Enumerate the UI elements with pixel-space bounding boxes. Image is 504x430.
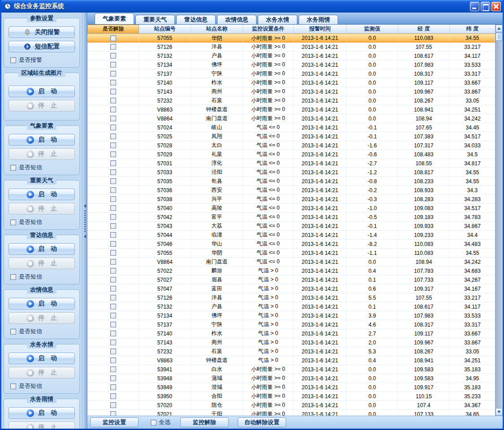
agri-info-sms-checkbox[interactable]: 是否短信 bbox=[10, 327, 76, 335]
table-row[interactable]: 57143商州小时雨量 >= 02013-1-6 14:210.0109.967… bbox=[87, 87, 495, 96]
row-checkbox[interactable] bbox=[110, 232, 116, 238]
row-checkbox[interactable] bbox=[110, 125, 116, 130]
row-checkbox[interactable] bbox=[110, 402, 116, 408]
maximize-button[interactable] bbox=[481, 2, 490, 11]
collapse-left-icon[interactable] bbox=[84, 204, 86, 208]
monitor-release-button[interactable]: 监控解除 bbox=[180, 417, 229, 427]
header-station-id[interactable]: 站点编号 bbox=[139, 25, 191, 33]
row-checkbox[interactable] bbox=[110, 295, 116, 301]
header-value[interactable]: 监测值 bbox=[347, 25, 398, 33]
table-row[interactable]: 57134佛坪小时雨量 >= 02013-1-6 14:210.0107.983… bbox=[87, 60, 495, 69]
header-alarm-time[interactable]: 报警时间 bbox=[294, 25, 347, 33]
minimize-button[interactable] bbox=[470, 2, 479, 11]
tab-water-rain[interactable]: 水务雨情 bbox=[299, 15, 338, 24]
scroll-track[interactable] bbox=[495, 41, 503, 408]
water-level-sms-checkbox[interactable]: 是否短信 bbox=[10, 382, 76, 390]
radar-info-start-button[interactable]: 启 动 bbox=[9, 243, 75, 255]
table-row[interactable]: 57021千阳小时雨量 >= 02013-1-6 14:210.0107.133… bbox=[87, 410, 495, 416]
table-row[interactable]: 57126洋县气温 > 02013-1-6 14:215.5107.5533.2… bbox=[87, 293, 495, 302]
row-checkbox[interactable] bbox=[110, 357, 116, 363]
weather-elements-sms-checkbox[interactable]: 是否短信 bbox=[10, 163, 76, 172]
row-checkbox[interactable] bbox=[110, 313, 116, 318]
row-checkbox[interactable] bbox=[110, 268, 116, 274]
table-row[interactable]: 57047蓝田气温 > 02013-1-6 14:210.6109.31734.… bbox=[87, 284, 495, 293]
row-checkbox[interactable] bbox=[110, 62, 116, 68]
scroll-up-button[interactable] bbox=[495, 25, 503, 32]
table-row[interactable]: 57055华阴小时雨量 >= 02013-1-6 14:210.0110.083… bbox=[87, 34, 495, 43]
row-checkbox[interactable] bbox=[110, 53, 116, 59]
row-checkbox[interactable] bbox=[110, 187, 116, 193]
close-alarm-button[interactable]: 关闭报警 bbox=[9, 26, 75, 38]
row-checkbox[interactable] bbox=[110, 241, 116, 247]
row-checkbox[interactable] bbox=[110, 322, 116, 327]
row-checkbox[interactable] bbox=[110, 71, 116, 77]
row-checkbox[interactable] bbox=[110, 98, 116, 103]
tab-radar-info[interactable]: 雷达信息 bbox=[176, 15, 216, 24]
row-checkbox[interactable] bbox=[110, 169, 116, 175]
collapse-left-icon[interactable] bbox=[84, 235, 86, 238]
header-condition[interactable]: 监控设置条件 bbox=[243, 25, 294, 33]
auto-release-button[interactable]: 自动解除设置 bbox=[238, 417, 286, 427]
sms-config-button[interactable]: 短信配置 bbox=[9, 41, 75, 52]
row-checkbox[interactable] bbox=[110, 151, 116, 157]
table-row[interactable]: 53949澄城小时雨量 >= 02013-1-6 14:210.0109.917… bbox=[87, 383, 495, 392]
table-row[interactable]: 57055华阴气温 <= 02013-1-6 14:21-1.1110.0833… bbox=[87, 249, 495, 258]
tab-important-weather[interactable]: 重要天气 bbox=[135, 15, 175, 24]
table-row[interactable]: 57044临潼气温 <= 02013-1-6 14:21-1.4109.2333… bbox=[87, 231, 495, 240]
table-row[interactable]: 57029礼泉气温 <= 02013-1-6 14:21-0.6108.4833… bbox=[87, 150, 495, 159]
table-row[interactable]: 57140柞水小时雨量 >= 02013-1-6 14:210.0109.117… bbox=[87, 78, 495, 87]
row-checkbox[interactable] bbox=[110, 107, 116, 112]
row-checkbox[interactable] bbox=[110, 44, 116, 50]
table-row[interactable]: V8863钟楼盘道气温 > 02013-1-6 14:210.4108.9413… bbox=[87, 356, 495, 365]
row-checkbox[interactable] bbox=[110, 286, 116, 292]
table-row[interactable]: 53948蒲城小时雨量 >= 02013-1-6 14:210.0109.583… bbox=[87, 374, 495, 383]
table-row[interactable]: 57033泾阳气温 <= 02013-1-6 14:21-1.2108.8173… bbox=[87, 168, 495, 177]
vertical-scrollbar[interactable] bbox=[495, 25, 503, 416]
row-checkbox[interactable] bbox=[110, 80, 116, 86]
table-row[interactable]: 53950合阳小时雨量 >= 02013-1-6 14:210.0110.153… bbox=[87, 392, 495, 401]
table-row[interactable]: 57137宁陕小时雨量 >= 02013-1-6 14:210.0108.317… bbox=[87, 69, 495, 78]
important-weather-sms-checkbox[interactable]: 是否短信 bbox=[10, 218, 76, 226]
important-weather-start-button[interactable]: 启 动 bbox=[9, 189, 75, 200]
header-longitude[interactable]: 经 度 bbox=[398, 25, 450, 33]
region-image-start-button[interactable]: 启 动 bbox=[9, 86, 75, 97]
row-checkbox[interactable] bbox=[110, 160, 116, 166]
table-row[interactable]: 57232石泉气温 > 02013-1-6 14:215.3108.26733.… bbox=[87, 347, 495, 356]
row-checkbox[interactable] bbox=[110, 89, 116, 95]
splitter-grip[interactable] bbox=[84, 211, 86, 232]
close-button[interactable] bbox=[491, 2, 501, 11]
table-row[interactable]: V8864南门盘道小时雨量 >= 02013-1-6 14:210.0108.9… bbox=[87, 114, 495, 123]
row-checkbox[interactable] bbox=[110, 411, 116, 416]
row-checkbox[interactable] bbox=[110, 277, 116, 283]
table-row[interactable]: 57038兴平气温 <= 02013-1-6 14:21-0.3108.2833… bbox=[87, 195, 495, 204]
water-level-start-button[interactable]: 启 动 bbox=[9, 353, 75, 364]
sidebar-splitter[interactable] bbox=[82, 13, 87, 429]
row-checkbox[interactable] bbox=[110, 35, 116, 41]
alarm-enable-checkbox[interactable]: 是否报警 bbox=[10, 56, 76, 64]
table-row[interactable]: 57143商州气温 > 02013-1-6 14:212.0109.96733.… bbox=[87, 338, 495, 347]
table-row[interactable]: V8864南门盘道气温 <= 02013-1-6 14:210.0108.943… bbox=[87, 258, 495, 267]
table-row[interactable]: 57137宁陕气温 > 02013-1-6 14:214.6108.31733.… bbox=[87, 320, 495, 329]
tab-weather-elements[interactable]: 气象要素 bbox=[95, 13, 134, 24]
header-station-name[interactable]: 站点名称 bbox=[191, 25, 243, 33]
row-checkbox[interactable] bbox=[110, 142, 116, 148]
table-row[interactable]: 57035乾县气温 <= 02013-1-6 14:21-0.8108.2333… bbox=[87, 177, 495, 186]
tab-water-level[interactable]: 水务水情 bbox=[258, 15, 297, 24]
table-row[interactable]: 57027眉县气温 > 02013-1-6 14:210.1107.73334.… bbox=[87, 275, 495, 284]
water-rain-start-button[interactable]: 启 动 bbox=[9, 407, 75, 419]
table-row[interactable]: 57025凤翔气温 <= 02013-1-6 14:21-0.1107.3833… bbox=[87, 132, 495, 141]
row-checkbox[interactable] bbox=[110, 214, 116, 220]
table-row[interactable]: 57031淳化气温 <= 02013-1-6 14:21-2.7108.5534… bbox=[87, 159, 495, 168]
row-checkbox[interactable] bbox=[110, 223, 116, 229]
monitor-setup-button[interactable]: 监控设置 bbox=[90, 417, 139, 427]
table-row[interactable]: 57024岐山气温 <= 02013-1-6 14:21-0.1107.6534… bbox=[87, 123, 495, 132]
table-row[interactable]: 57132户县气温 > 02013-1-6 14:210.1108.61734.… bbox=[87, 302, 495, 311]
table-row[interactable]: 57040高陵气温 <= 02013-1-6 14:21-1.0109.0833… bbox=[87, 204, 495, 213]
agri-info-start-button[interactable]: 启 动 bbox=[9, 298, 75, 310]
radar-info-sms-checkbox[interactable]: 是否短信 bbox=[10, 273, 76, 281]
table-row[interactable]: 57036西安气温 <= 02013-1-6 14:21-0.2108.9333… bbox=[87, 186, 495, 195]
row-checkbox[interactable] bbox=[110, 348, 116, 354]
table-row[interactable]: 57022麟游气温 > 02013-1-6 14:210.4107.78334.… bbox=[87, 267, 495, 275]
table-row[interactable]: 57028太白气温 <= 02013-1-6 14:21-1.6107.3173… bbox=[87, 141, 495, 150]
row-checkbox[interactable] bbox=[110, 116, 116, 121]
